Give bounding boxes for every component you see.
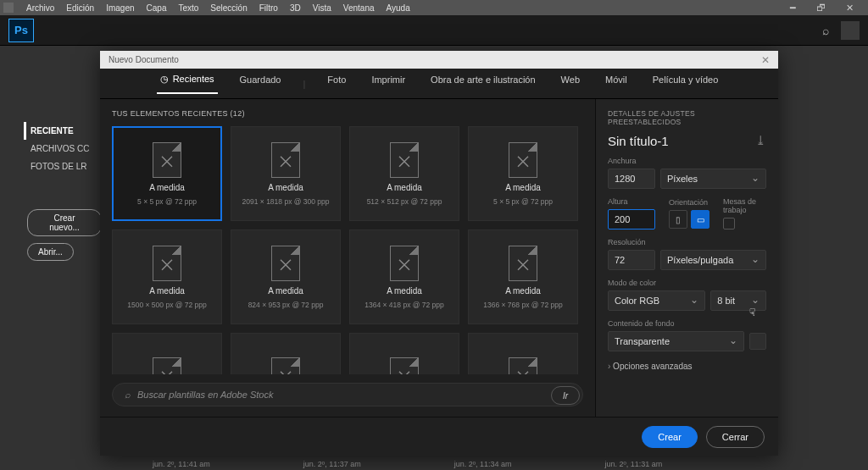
background-label: Contenido de fondo bbox=[608, 319, 766, 328]
clock-icon: ◷ bbox=[160, 74, 169, 85]
preset-title: A medida bbox=[387, 286, 422, 296]
details-header: DETALLES DE AJUSTES PREESTABLECIDOS bbox=[608, 109, 766, 126]
height-input[interactable] bbox=[608, 209, 655, 229]
preset-thumb-icon bbox=[153, 357, 181, 374]
width-input[interactable] bbox=[608, 169, 655, 189]
presets-header: TUS ELEMENTOS RECIENTES (12) bbox=[112, 109, 583, 118]
preset-thumb-icon bbox=[271, 142, 300, 178]
sidebar-item-recent[interactable]: RECIENTE bbox=[24, 122, 102, 140]
preset-item[interactable]: A medida5 × 5 px @ 72 ppp bbox=[112, 126, 222, 221]
preset-subtitle: 1366 × 768 px @ 72 ppp bbox=[483, 301, 562, 309]
dialog-close-icon[interactable]: ✕ bbox=[761, 54, 770, 66]
tab-photo[interactable]: Foto bbox=[324, 75, 349, 92]
preset-thumb-icon bbox=[390, 357, 419, 374]
stock-go-button[interactable]: Ir bbox=[551, 386, 580, 405]
bit-depth-select[interactable]: 8 bit bbox=[710, 290, 766, 311]
create-new-button[interactable]: Crear nuevo... bbox=[27, 209, 102, 236]
preset-subtitle: 2091 × 1818 px @ 300 ppp bbox=[242, 197, 330, 206]
presets-panel: TUS ELEMENTOS RECIENTES (12) A medida5 ×… bbox=[100, 99, 595, 417]
preset-thumb-icon bbox=[390, 246, 419, 281]
menu-window[interactable]: Ventana bbox=[337, 3, 381, 13]
preset-title: A medida bbox=[149, 183, 185, 192]
preset-subtitle: 5 × 5 px @ 72 ppp bbox=[493, 197, 553, 206]
preset-title: A medida bbox=[149, 286, 185, 296]
preset-item[interactable]: A medida2091 × 1818 px @ 300 ppp bbox=[231, 126, 341, 221]
preset-thumb-icon bbox=[153, 246, 181, 281]
preset-subtitle: 5 × 5 px @ 72 ppp bbox=[137, 197, 197, 206]
window-close-icon[interactable]: ✕ bbox=[840, 3, 860, 14]
preset-title: A medida bbox=[505, 183, 541, 192]
width-unit-select[interactable]: Píxeles bbox=[660, 169, 766, 189]
preset-item[interactable] bbox=[468, 333, 578, 374]
menu-help[interactable]: Ayuda bbox=[381, 3, 416, 13]
stock-search-placeholder: Buscar plantillas en Adobe Stock bbox=[137, 390, 273, 400]
window-restore-icon[interactable]: 🗗 bbox=[810, 3, 832, 14]
close-button[interactable]: Cerrar bbox=[706, 426, 765, 448]
preset-item[interactable] bbox=[349, 333, 459, 374]
preset-item[interactable]: A medida824 × 953 px @ 72 ppp bbox=[231, 229, 341, 324]
search-icon: ⌕ bbox=[125, 390, 131, 400]
preset-item[interactable]: A medida1364 × 418 px @ 72 ppp bbox=[349, 229, 459, 324]
sidebar-item-lr[interactable]: FOTOS DE LR bbox=[31, 158, 102, 175]
color-mode-select[interactable]: Color RGB bbox=[608, 290, 705, 311]
advanced-options-toggle[interactable]: Opciones avanzadas bbox=[608, 362, 766, 371]
dialog-footer: Crear Cerrar bbox=[100, 417, 778, 456]
preset-item[interactable] bbox=[231, 333, 341, 374]
create-button[interactable]: Crear bbox=[642, 426, 698, 448]
preset-item[interactable]: A medida512 × 512 px @ 72 ppp bbox=[349, 126, 459, 221]
resolution-unit-select[interactable]: Píxeles/pulgada bbox=[660, 250, 766, 270]
tab-mobile[interactable]: Móvil bbox=[602, 75, 631, 92]
orientation-portrait[interactable]: ▯ bbox=[669, 210, 687, 229]
photoshop-badge: Ps bbox=[8, 19, 34, 42]
preset-thumb-icon bbox=[271, 246, 300, 281]
menu-image[interactable]: Imagen bbox=[100, 3, 140, 13]
menu-edit[interactable]: Edición bbox=[60, 3, 100, 13]
orientation-landscape[interactable]: ▭ bbox=[691, 210, 709, 229]
open-button[interactable]: Abrir... bbox=[27, 243, 74, 261]
timestamp: jun. 2º, 11:41 am bbox=[153, 460, 210, 468]
preset-title: A medida bbox=[268, 286, 303, 296]
preset-item[interactable]: A medida1500 × 500 px @ 72 ppp bbox=[112, 229, 222, 324]
artboards-checkbox[interactable] bbox=[723, 218, 735, 229]
sidebar-item-cc[interactable]: ARCHIVOS CC bbox=[31, 140, 102, 158]
preset-item[interactable] bbox=[112, 333, 222, 374]
orientation-label: Orientación bbox=[669, 198, 709, 207]
document-name[interactable]: Sin título-1 bbox=[608, 134, 669, 148]
tab-saved[interactable]: Guardado bbox=[236, 75, 285, 92]
preset-thumb-icon bbox=[153, 142, 181, 178]
menu-bar: Archivo Edición Imagen Capa Texto Selecc… bbox=[0, 0, 868, 15]
workspace-icon[interactable] bbox=[841, 21, 860, 40]
tab-print[interactable]: Imprimir bbox=[368, 75, 409, 92]
background-select[interactable]: Transparente bbox=[608, 331, 744, 351]
timestamp: jun. 2º, 11:34 am bbox=[454, 460, 512, 468]
tab-film[interactable]: Película y vídeo bbox=[649, 75, 722, 92]
menu-view[interactable]: Vista bbox=[307, 3, 337, 13]
timestamp: jun. 2º, 11:37 am bbox=[303, 460, 361, 468]
menu-filter[interactable]: Filtro bbox=[253, 3, 284, 13]
preset-title: A medida bbox=[268, 183, 303, 192]
search-icon[interactable]: ⌕ bbox=[822, 24, 829, 37]
menu-type[interactable]: Texto bbox=[172, 3, 204, 13]
tab-art[interactable]: Obra de arte e ilustración bbox=[427, 75, 539, 92]
stock-search-input[interactable]: ⌕ Buscar plantillas en Adobe Stock Ir bbox=[112, 383, 583, 406]
preset-item[interactable]: A medida1366 × 768 px @ 72 ppp bbox=[468, 229, 578, 324]
menu-3d[interactable]: 3D bbox=[284, 3, 307, 13]
new-document-dialog: Nuevo Documento ✕ ◷ Recientes Guardado |… bbox=[100, 51, 778, 456]
save-preset-icon[interactable]: ⤓ bbox=[755, 133, 766, 148]
window-minimize-icon[interactable]: ━ bbox=[784, 3, 802, 14]
preset-item[interactable]: A medida5 × 5 px @ 72 ppp bbox=[468, 126, 578, 221]
preset-subtitle: 824 × 953 px @ 72 ppp bbox=[248, 301, 324, 309]
tab-recent[interactable]: ◷ Recientes bbox=[157, 74, 218, 94]
menu-layer[interactable]: Capa bbox=[141, 3, 173, 13]
preset-thumb-icon bbox=[509, 246, 537, 281]
resolution-input[interactable] bbox=[608, 250, 655, 270]
app-toolbar: Ps ⌕ bbox=[0, 15, 868, 46]
menu-file[interactable]: Archivo bbox=[20, 3, 60, 13]
menu-select[interactable]: Selección bbox=[204, 3, 253, 13]
tab-web[interactable]: Web bbox=[558, 75, 583, 92]
preset-thumb-icon bbox=[509, 142, 537, 178]
recent-timestamps: jun. 2º, 11:41 am jun. 2º, 11:37 am jun.… bbox=[153, 460, 662, 468]
background-swatch[interactable] bbox=[749, 333, 766, 350]
preset-thumb-icon bbox=[509, 357, 537, 374]
timestamp: jun. 2º, 11:31 am bbox=[605, 460, 663, 468]
